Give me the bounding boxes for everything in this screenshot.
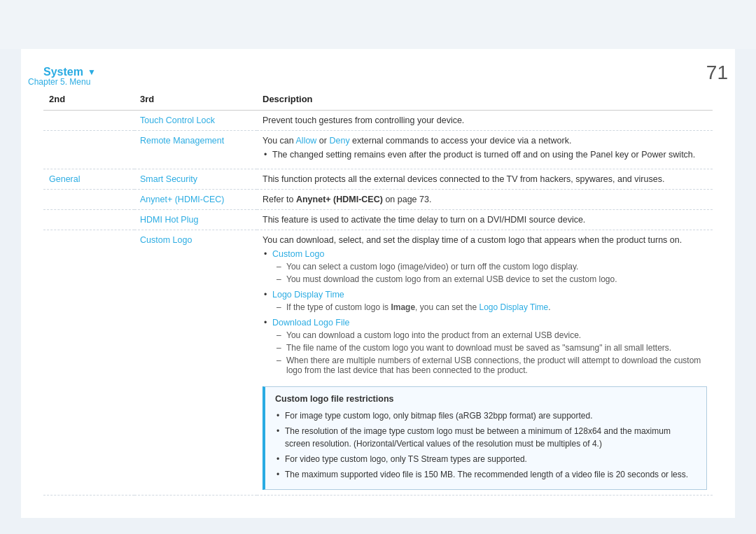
info-box-title: Custom logo file restrictions xyxy=(275,394,696,404)
anynet-bold: Anynet+ (HDMI-CEC) xyxy=(296,195,383,204)
info-box: Custom logo file restrictions For image … xyxy=(262,386,707,490)
remote-desc-pre: You can xyxy=(262,136,296,146)
deny-link[interactable]: Deny xyxy=(329,136,349,146)
remote-bullet-item: The changed setting remains even after t… xyxy=(262,148,707,161)
row-col1 xyxy=(43,190,134,210)
table-row: Custom Logo You can download, select, an… xyxy=(43,230,713,496)
sub-item: You must download the custom logo from a… xyxy=(272,273,707,286)
row-col2: HDMI Hot Plug xyxy=(134,210,257,230)
table-header-row: 2nd 3rd Description xyxy=(43,90,713,111)
row-col3-smart: This function protects all the external … xyxy=(257,169,713,190)
custom-logo-main-desc: You can download, select, and set the di… xyxy=(262,235,682,245)
section-arrow: ▼ xyxy=(88,67,96,77)
page-number: 71 xyxy=(706,62,728,84)
main-table: 2nd 3rd Description Touch Control Lock P… xyxy=(43,90,713,496)
row-col3-touch: Prevent touch gestures from controlling … xyxy=(257,111,713,131)
remote-desc-rest: external commands to access your device … xyxy=(350,136,572,146)
download-logo-subs: You can download a custom logo into the … xyxy=(272,329,707,377)
sub-item: When there are multiple numbers of exter… xyxy=(272,354,707,377)
hdmi-hot-plug-desc: This feature is used to activate the tim… xyxy=(262,215,585,225)
row-col1 xyxy=(43,230,134,496)
row-col3-anynet: Refer to Anynet+ (HDMI-CEC) on page 73. xyxy=(257,190,713,210)
table-row: Touch Control Lock Prevent touch gesture… xyxy=(43,111,713,131)
row-col2: Touch Control Lock xyxy=(134,111,257,131)
hdmi-hot-plug-link[interactable]: HDMI Hot Plug xyxy=(140,215,198,225)
custom-logo-bullet-list: Custom Logo You can select a custom logo… xyxy=(262,248,707,379)
bullet-download-logo-file: Download Logo File You can download a cu… xyxy=(262,316,707,379)
logo-display-time-link[interactable]: Logo Display Time xyxy=(272,290,344,300)
sub-item: You can download a custom logo into the … xyxy=(272,329,707,342)
bullet-custom-logo: Custom Logo You can select a custom logo… xyxy=(262,248,707,288)
row-col2: Remote Management xyxy=(134,131,257,169)
info-box-list: For image type custom logo, only bitmap … xyxy=(275,408,696,482)
header-description: Description xyxy=(257,90,713,111)
row-col1 xyxy=(43,131,134,169)
table-row: General Smart Security This function pro… xyxy=(43,169,713,190)
smart-security-desc: This function protects all the external … xyxy=(262,174,664,184)
section-title: System ▼ xyxy=(43,66,713,78)
allow-link[interactable]: Allow xyxy=(296,136,317,146)
touch-control-lock-desc: Prevent touch gestures from controlling … xyxy=(262,115,464,125)
custom-logo-link[interactable]: Custom Logo xyxy=(140,235,192,245)
info-box-item: The maximum supported video file is 150 … xyxy=(275,467,696,482)
breadcrumb: Chapter 5. Menu xyxy=(28,77,90,87)
row-col1-general: General xyxy=(43,169,134,190)
sub-item: You can select a custom logo (image/vide… xyxy=(272,260,707,273)
sub-item: The file name of the custom logo you wan… xyxy=(272,342,707,354)
sub-item: If the type of custom logo is Image, you… xyxy=(272,301,707,314)
info-box-item: For image type custom logo, only bitmap … xyxy=(275,408,696,423)
logo-display-time-sub-link[interactable]: Logo Display Time xyxy=(479,302,549,312)
row-col2: Custom Logo xyxy=(134,230,257,496)
header-2nd: 2nd xyxy=(43,90,134,111)
image-bold: Image xyxy=(391,302,415,312)
general-label: General xyxy=(49,174,80,184)
row-col2: Smart Security xyxy=(134,169,257,190)
anynet-desc-rest: on page 73. xyxy=(383,195,432,204)
row-col3-remote: You can Allow or Deny external commands … xyxy=(257,131,713,169)
row-col1 xyxy=(43,111,134,131)
row-col2: Anynet+ (HDMI-CEC) xyxy=(134,190,257,210)
remote-bullet-list: The changed setting remains even after t… xyxy=(262,148,707,161)
info-box-item: The resolution of the image type custom … xyxy=(275,423,696,451)
bullet-logo-display-time: Logo Display Time If the type of custom … xyxy=(262,288,707,316)
anynet-link[interactable]: Anynet+ (HDMI-CEC) xyxy=(140,195,225,204)
table-row: Remote Management You can Allow or Deny … xyxy=(43,131,713,169)
row-col1 xyxy=(43,210,134,230)
download-logo-file-link[interactable]: Download Logo File xyxy=(272,318,350,328)
row-col3-hdmi: This feature is used to activate the tim… xyxy=(257,210,713,230)
table-row: Anynet+ (HDMI-CEC) Refer to Anynet+ (HDM… xyxy=(43,190,713,210)
custom-logo-subs: You can select a custom logo (image/vide… xyxy=(272,260,707,286)
content-area: System ▼ 2nd 3rd Description Touch Contr… xyxy=(21,49,735,518)
smart-security-link[interactable]: Smart Security xyxy=(140,174,197,184)
touch-control-lock-link[interactable]: Touch Control Lock xyxy=(140,115,215,125)
row-col3-custom-logo: You can download, select, and set the di… xyxy=(257,230,713,496)
remote-management-link[interactable]: Remote Management xyxy=(140,136,224,146)
info-box-item: For video type custom logo, only TS Stre… xyxy=(275,451,696,467)
logo-display-subs: If the type of custom logo is Image, you… xyxy=(272,301,707,314)
anynet-desc-pre: Refer to xyxy=(262,195,296,204)
remote-desc-or: or xyxy=(316,136,329,146)
table-row: HDMI Hot Plug This feature is used to ac… xyxy=(43,210,713,230)
custom-logo-sub-link[interactable]: Custom Logo xyxy=(272,249,324,259)
page: 71 Chapter 5. Menu System ▼ 2nd 3rd Desc… xyxy=(0,49,756,534)
header-3rd: 3rd xyxy=(134,90,257,111)
